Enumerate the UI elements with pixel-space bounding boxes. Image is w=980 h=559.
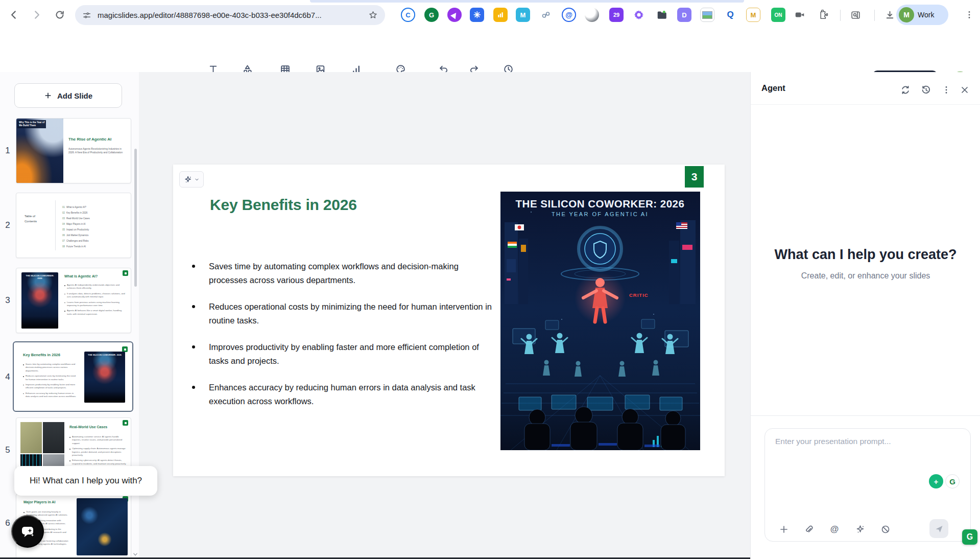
link-extension-icon[interactable] <box>539 8 553 22</box>
mention-icon[interactable]: @ <box>829 524 840 534</box>
ai-sparkle-icon[interactable] <box>855 524 866 534</box>
q-search-extension-icon[interactable]: Q <box>723 8 737 22</box>
agent-history-icon[interactable] <box>921 85 931 95</box>
tab-strip <box>310 0 744 3</box>
grammarly-corner-button[interactable]: G <box>962 529 977 545</box>
slide-bullet[interactable]: Enhances accuracy by reducing human erro… <box>208 381 494 408</box>
extensions-puzzle-icon[interactable] <box>817 8 831 22</box>
slide-number: 6 <box>3 518 12 528</box>
slide-number: 3 <box>3 295 12 306</box>
m-cyan-extension-icon[interactable]: M <box>516 8 530 22</box>
m-gold-extension-icon[interactable]: M <box>746 8 760 22</box>
browser-forward-button[interactable] <box>29 7 44 22</box>
bookmark-star-icon[interactable] <box>368 10 378 20</box>
d-extension-icon[interactable]: D <box>677 8 691 22</box>
poster-critic-label: CRITIC <box>629 292 649 298</box>
slide-image-badge: 3 <box>685 166 704 188</box>
grammarly-g-icon[interactable]: G <box>945 474 960 488</box>
add-attachment-icon[interactable] <box>779 524 789 534</box>
prompt-input[interactable] <box>774 436 924 499</box>
prompt-input-card: + G @ <box>764 428 971 542</box>
slide1-title: The Rise of Agentic AI <box>68 137 126 142</box>
poster-mini-title: THE SILICON COWORKER: 2026 <box>24 274 55 280</box>
ban-icon[interactable] <box>880 524 891 534</box>
slide3-title: What is Agentic AI? <box>64 274 98 278</box>
copyright-extension-icon[interactable]: C <box>401 8 415 22</box>
poster-subtitle: THE YEAR OF AGENTIC AI <box>552 211 649 217</box>
slide3-poster-image: THE SILICON COWORKER: 2026 <box>21 272 58 329</box>
slide5-title: Real-World Use Cases <box>69 425 107 429</box>
slide1-image-caption: Why This is the Year of We Build Them <box>17 120 46 128</box>
photo-extension-icon[interactable] <box>700 8 714 22</box>
stack-29-extension-icon[interactable]: 29 <box>609 8 624 22</box>
address-bar[interactable]: magicslides.app/editor/48887698-e00e-403… <box>75 5 385 25</box>
grammarly-extension-icon[interactable]: G <box>424 8 439 22</box>
browser-chrome: magicslides.app/editor/48887698-e00e-403… <box>0 0 980 31</box>
chat-bubble-icon <box>18 522 37 541</box>
editor-toolbar: The Rise of Agentic AI Text Shapes Table… <box>0 30 980 73</box>
slide5-bullets: Automating customer service: AI agents h… <box>69 435 127 468</box>
downloads-icon[interactable] <box>882 8 897 22</box>
agent-heading: What can I help you create? <box>751 247 980 263</box>
site-info-icon[interactable] <box>82 11 91 20</box>
support-chat-button[interactable] <box>11 515 44 548</box>
grammarly-tone-icon[interactable]: + <box>929 474 943 488</box>
browser-profile-chip[interactable]: M Work <box>896 5 948 25</box>
slide-bullet[interactable]: Saves time by automating complex workflo… <box>208 260 494 287</box>
profile-avatar: M <box>899 7 914 22</box>
snowflake-extension-icon[interactable]: ✳ <box>470 8 484 22</box>
agent-refresh-icon[interactable] <box>900 85 911 95</box>
slide-number: 5 <box>3 445 12 455</box>
camera-extension-icon[interactable] <box>793 8 807 22</box>
thumbnail-badge <box>123 420 128 426</box>
slide-thumbnail-4-selected[interactable]: Key Benefits in 2026 Saves time by autom… <box>13 341 133 412</box>
browser-reload-button[interactable] <box>52 7 67 22</box>
toc-list: 01What is Agentic AI? 02Key Benefits in … <box>62 204 90 249</box>
agent-close-icon[interactable] <box>960 85 970 95</box>
slide-thumbnail-3[interactable]: THE SILICON COWORKER: 2026 What is Agent… <box>16 268 131 333</box>
folder-extension-icon[interactable] <box>655 8 669 22</box>
browser-back-button[interactable] <box>6 7 21 22</box>
slide-bullet[interactable]: Improves productivity by enabling faster… <box>208 340 494 368</box>
slide4-bullets: Saves time by automating complex workflo… <box>23 363 78 400</box>
chrome-divider <box>840 10 841 21</box>
sidebar-scrollbar[interactable] <box>134 149 137 287</box>
slide-poster-image[interactable]: THE SILICON COWORKER: 2026 THE YEAR OF A… <box>500 192 700 450</box>
gear-extension-icon[interactable] <box>632 8 646 22</box>
side-search-icon[interactable] <box>848 8 863 22</box>
cursor-extension-icon[interactable] <box>447 8 462 22</box>
at-spiral-extension-icon[interactable]: @ <box>562 8 576 22</box>
url-text[interactable]: magicslides.app/editor/48887698-e00e-403… <box>98 11 368 19</box>
agent-more-icon[interactable] <box>941 85 951 95</box>
add-slide-button[interactable]: Add Slide <box>14 83 122 108</box>
screen: magicslides.app/editor/48887698-e00e-403… <box>0 0 980 559</box>
browser-menu-icon[interactable] <box>962 8 976 22</box>
slide6-title: Major Players in AI <box>23 500 55 504</box>
agent-panel-title: Agent <box>761 83 785 93</box>
slide-canvas[interactable]: 3 Key Benefits in 2026 Saves time by aut… <box>173 165 725 476</box>
ai-actions-button[interactable] <box>179 171 204 188</box>
slide-title[interactable]: Key Benefits in 2026 <box>210 196 357 214</box>
slide-bullet-list[interactable]: Saves time by automating complex workflo… <box>208 260 494 421</box>
slide-number: 2 <box>3 220 12 230</box>
sphere-extension-icon[interactable] <box>585 8 599 22</box>
slide-thumbnail-1[interactable]: Why This is the Year of We Build Them Th… <box>16 118 131 183</box>
on-toggle-extension-icon[interactable]: ON <box>771 8 785 22</box>
toc-item: 05Impact on Productivity <box>62 227 90 232</box>
agent-header: Agent <box>751 72 980 105</box>
agent-subheading: Create, edit, or enhance your slides <box>751 271 980 281</box>
slide-bullet[interactable]: Reduces operational costs by minimizing … <box>208 300 494 328</box>
add-slide-label: Add Slide <box>57 91 92 100</box>
send-prompt-button[interactable] <box>929 519 948 538</box>
toc-item: 03Real-World Use Cases <box>62 216 90 221</box>
slide3-bullets: Agentic AI independently understands obj… <box>64 284 126 318</box>
chrome-divider <box>874 10 875 21</box>
paperclip-icon[interactable] <box>804 524 814 534</box>
thumbnail-badge <box>123 270 128 276</box>
slide-thumbnail-2[interactable]: Table of Contents 01What is Agentic AI? … <box>16 193 131 258</box>
slide4-title: Key Benefits in 2026 <box>23 353 60 357</box>
toc-divider <box>55 200 56 250</box>
sidebar-scroll-down-icon[interactable] <box>132 551 139 558</box>
support-chat-bubble[interactable]: Hi! What can I help you with? <box>14 466 157 496</box>
presentation-extension-icon[interactable] <box>493 8 508 22</box>
